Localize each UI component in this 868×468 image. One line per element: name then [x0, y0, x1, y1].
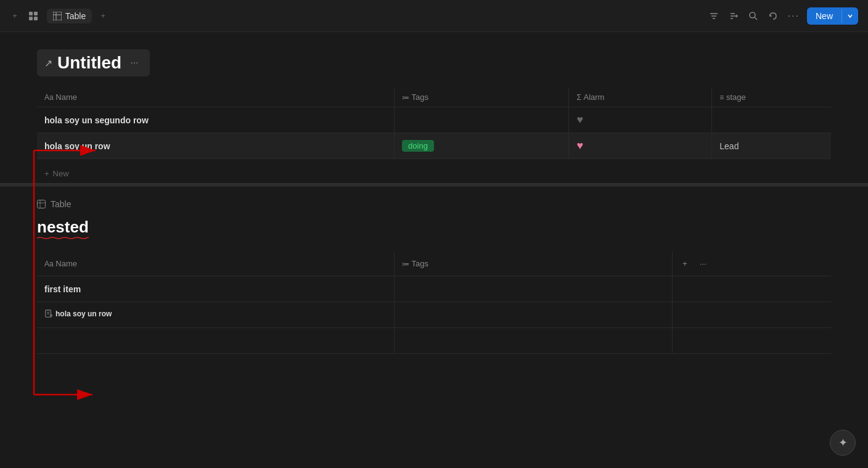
grid-icon	[28, 11, 38, 21]
svg-rect-4	[53, 12, 62, 20]
top-bar: + Table +	[0, 0, 868, 32]
add-new-label: New	[53, 169, 69, 178]
nested-title: nested	[37, 218, 89, 237]
row-stage-cell[interactable]	[712, 107, 831, 133]
row-tags-cell[interactable]	[395, 107, 569, 133]
nested-row-tags-cell[interactable]	[395, 276, 673, 302]
undo-button[interactable]	[766, 9, 780, 23]
more-button[interactable]: ···	[785, 8, 802, 24]
sparkle-button[interactable]: ✦	[830, 430, 856, 456]
nested-table-row[interactable]	[37, 328, 831, 354]
heart-pink-icon: ♥	[576, 139, 583, 152]
add-new-row-button[interactable]: + New	[37, 164, 831, 183]
col-header-tags: ≔ Tags	[395, 88, 569, 107]
sort-button[interactable]	[726, 9, 741, 23]
col-header-alarm: Σ Alarm	[569, 88, 712, 107]
nested-row-tags-cell[interactable]	[395, 302, 673, 328]
search-icon	[748, 11, 758, 21]
svg-line-14	[755, 17, 757, 20]
nested-section: Table nested Aa Name ≔ Tags	[37, 187, 831, 354]
row-stage-cell[interactable]: Lead	[712, 133, 831, 159]
tag-doing-badge: doing	[402, 140, 434, 152]
col-header-name: Aa Name	[37, 88, 395, 107]
row-alarm-cell[interactable]: ♥	[569, 133, 712, 159]
sparkle-icon: ✦	[838, 436, 848, 450]
table-row[interactable]: hola soy un segundo row ♥	[37, 107, 831, 133]
nested-row-name-cell[interactable]: first item	[37, 276, 395, 302]
arrow-up-right-icon: ↗	[44, 57, 52, 69]
nested-table-text: Table	[51, 199, 71, 209]
table-tab-label: Table	[65, 11, 86, 21]
chevron-down-icon	[847, 13, 853, 19]
row-tags-cell[interactable]: doing	[395, 133, 569, 159]
table-tab[interactable]: Table	[47, 9, 92, 23]
new-button-label: New	[807, 7, 841, 25]
table-icon	[53, 12, 62, 20]
nested-table-label: Table	[37, 199, 831, 209]
svg-rect-3	[34, 17, 38, 20]
db-title-row: ↗ Untitled ···	[37, 32, 831, 88]
svg-rect-1	[34, 12, 38, 15]
row-alarm-cell[interactable]: ♥	[569, 107, 712, 133]
db-title: Untitled	[57, 53, 121, 73]
row-name-cell[interactable]: hola soy un row	[37, 133, 395, 159]
col-header-stage: ≡ stage	[712, 88, 831, 107]
more-icon: ···	[788, 10, 800, 22]
add-column-button[interactable]: +	[680, 257, 690, 271]
table-row[interactable]: hola soy un row doing ♥ Lead	[37, 133, 831, 159]
nested-table-icon	[37, 200, 46, 208]
nested-row-extra-cell[interactable]	[672, 328, 831, 354]
th-actions: + ···	[680, 257, 824, 271]
linked-page-icon	[44, 310, 53, 318]
db-title-box: ↗ Untitled ···	[37, 49, 150, 76]
nested-table-row[interactable]: hola soy un row	[37, 302, 831, 328]
nested-table-row[interactable]: first item	[37, 276, 831, 302]
heart-gray-icon: ♥	[576, 113, 583, 126]
nested-row-name-cell[interactable]: hola soy un row	[37, 302, 395, 328]
svg-rect-0	[29, 12, 33, 15]
nested-table: Aa Name ≔ Tags + ··· fir	[37, 252, 831, 354]
new-button[interactable]: New	[807, 7, 858, 25]
search-button[interactable]	[746, 9, 761, 23]
filter-button[interactable]	[706, 9, 721, 23]
top-bar-left: + Table +	[10, 9, 706, 23]
nested-row-name-cell[interactable]	[37, 328, 395, 354]
nested-col-header-tags: ≔ Tags	[395, 252, 673, 276]
top-bar-right: ··· New	[706, 7, 858, 25]
main-content: ↗ Untitled ··· Aa Name ≔ Tags Σ Alarm ≡ …	[0, 32, 868, 468]
filter-icon	[709, 11, 719, 21]
db-options-button[interactable]: ···	[126, 56, 142, 70]
add-tab-icon: +	[100, 11, 105, 20]
squiggle-decoration	[37, 237, 89, 239]
sort-icon	[729, 11, 739, 21]
nested-row-extra-cell[interactable]	[672, 276, 831, 302]
nested-col-header-actions: + ···	[672, 252, 831, 276]
new-button-chevron[interactable]	[841, 9, 858, 23]
add-view-button[interactable]: +	[10, 9, 20, 23]
main-table: Aa Name ≔ Tags Σ Alarm ≡ stage hola soy …	[37, 88, 831, 159]
undo-icon	[768, 11, 778, 21]
nested-row-tags-cell[interactable]	[395, 328, 673, 354]
row-name-cell[interactable]: hola soy un segundo row	[37, 107, 395, 133]
grid-button[interactable]	[26, 9, 41, 23]
nested-col-header-name: Aa Name	[37, 252, 395, 276]
add-icon: +	[44, 169, 49, 178]
svg-point-13	[750, 12, 755, 18]
svg-rect-2	[29, 17, 33, 20]
add-icon: +	[12, 11, 17, 20]
svg-rect-15	[38, 200, 46, 208]
linked-row-icon: hola soy un row	[44, 310, 112, 318]
add-tab-button[interactable]: +	[98, 9, 108, 23]
column-more-button[interactable]: ···	[697, 257, 709, 271]
nested-row-extra-cell[interactable]	[672, 302, 831, 328]
